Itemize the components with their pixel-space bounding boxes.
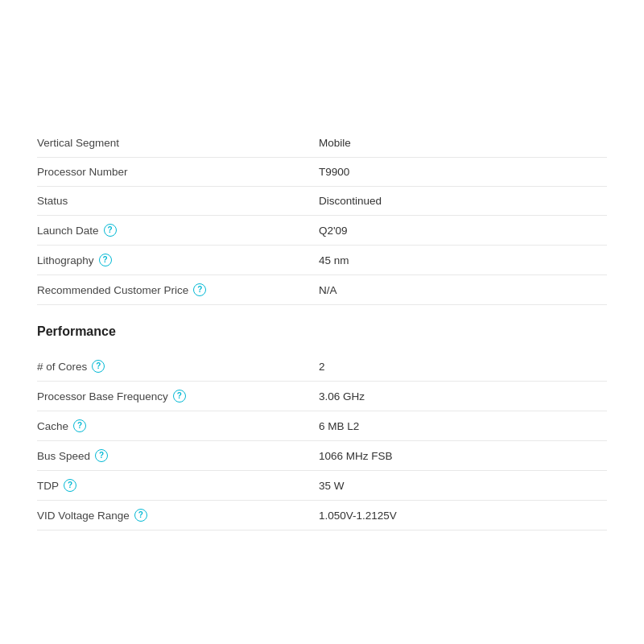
label-text: Processor Base Frequency — [37, 390, 168, 402]
spec-label: Vertical Segment — [37, 137, 319, 149]
label-text: Cache — [37, 420, 68, 432]
sections-container: Vertical SegmentMobileProcessor NumberT9… — [37, 129, 607, 530]
label-text: VID Voltage Range — [37, 510, 130, 522]
spec-label: Processor Base Frequency? — [37, 390, 319, 402]
help-icon[interactable]: ? — [64, 479, 76, 492]
help-icon[interactable]: ? — [173, 390, 186, 402]
help-icon[interactable]: ? — [134, 509, 147, 522]
help-icon[interactable]: ? — [95, 449, 108, 462]
help-icon[interactable]: ? — [92, 360, 105, 373]
help-icon[interactable]: ? — [99, 254, 112, 266]
spec-label: Status — [37, 195, 319, 207]
label-text: Recommended Customer Price — [37, 284, 188, 296]
spec-value: 3.06 GHz — [319, 390, 607, 402]
spec-value: T9900 — [319, 166, 607, 178]
label-text: Vertical Segment — [37, 137, 119, 149]
help-icon[interactable]: ? — [104, 224, 117, 237]
label-text: Lithography — [37, 254, 94, 266]
section-title: Performance — [37, 324, 116, 338]
label-text: TDP — [37, 480, 59, 492]
table-row: VID Voltage Range?1.050V-1.2125V — [37, 501, 607, 530]
label-text: Processor Number — [37, 166, 128, 178]
table-row: StatusDiscontinued — [37, 187, 607, 216]
label-text: Bus Speed — [37, 450, 90, 462]
spec-label: Processor Number — [37, 166, 319, 178]
spec-label: Launch Date? — [37, 224, 319, 237]
table-row: TDP?35 W — [37, 471, 607, 501]
spec-label: # of Cores? — [37, 360, 319, 373]
spec-label: TDP? — [37, 479, 319, 492]
spec-label: Lithography? — [37, 254, 319, 266]
table-row: Lithography?45 nm — [37, 246, 607, 275]
label-text: Launch Date — [37, 225, 99, 237]
table-row: Launch Date?Q2'09 — [37, 216, 607, 246]
spec-value: Mobile — [319, 137, 607, 149]
table-row: Recommended Customer Price?N/A — [37, 275, 607, 305]
help-icon[interactable]: ? — [73, 419, 86, 432]
spec-value: 2 — [319, 361, 607, 373]
spec-value: 6 MB L2 — [319, 420, 607, 432]
spec-label: Recommended Customer Price? — [37, 283, 319, 296]
label-text: # of Cores — [37, 361, 87, 373]
page-container: Vertical SegmentMobileProcessor NumberT9… — [0, 0, 644, 563]
spec-value: Q2'09 — [319, 225, 607, 237]
section-performance: Performance# of Cores?2Processor Base Fr… — [37, 305, 607, 530]
label-text: Status — [37, 195, 68, 207]
spec-value: 45 nm — [319, 254, 607, 266]
spec-value: 1.050V-1.2125V — [319, 510, 607, 522]
table-row: Bus Speed?1066 MHz FSB — [37, 441, 607, 471]
section-header: Performance — [37, 305, 607, 352]
table-row: Vertical SegmentMobile — [37, 129, 607, 158]
help-icon[interactable]: ? — [193, 283, 206, 296]
table-row: # of Cores?2 — [37, 352, 607, 382]
section-essentials: Vertical SegmentMobileProcessor NumberT9… — [37, 129, 607, 305]
spec-label: Cache? — [37, 419, 319, 432]
spec-label: VID Voltage Range? — [37, 509, 319, 522]
table-row: Cache?6 MB L2 — [37, 411, 607, 441]
spec-label: Bus Speed? — [37, 449, 319, 462]
spec-value: 35 W — [319, 480, 607, 492]
table-row: Processor Base Frequency?3.06 GHz — [37, 382, 607, 411]
spec-value: 1066 MHz FSB — [319, 450, 607, 462]
table-row: Processor NumberT9900 — [37, 158, 607, 187]
spec-value: Discontinued — [319, 195, 607, 207]
spec-value: N/A — [319, 284, 607, 296]
